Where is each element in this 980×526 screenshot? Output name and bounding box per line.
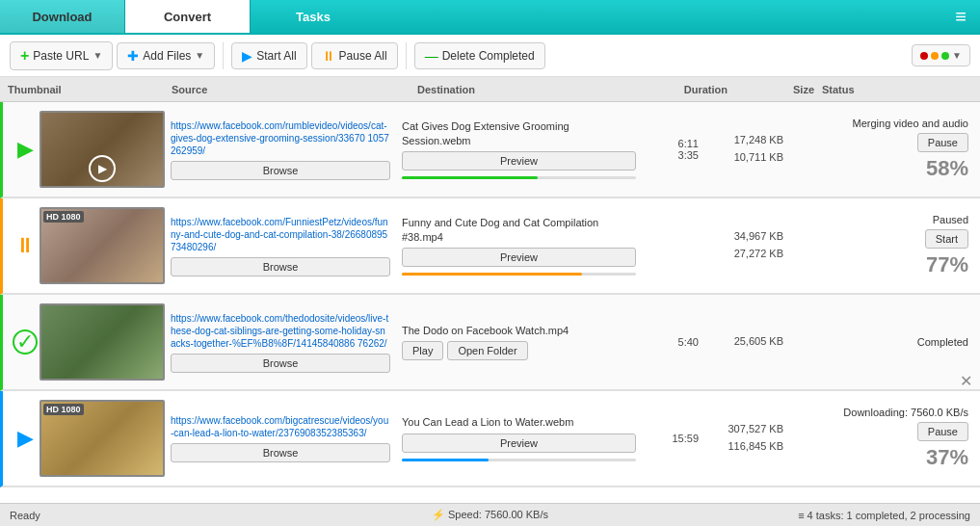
col-header-thumbnail: Thumbnail [8, 84, 172, 95]
top-navigation: Download Convert Tasks ≡ [0, 0, 980, 35]
play-icon: ▶ [17, 426, 34, 451]
tab-tasks[interactable]: Tasks [251, 0, 376, 33]
task-1-status-icon: ▶ [11, 137, 40, 162]
task-4-thumbnail: HD 1080 [40, 400, 165, 477]
table-row: ▶ HD 1080 https://www.facebook.com/bigca… [0, 391, 980, 487]
task-1-action-button[interactable]: Pause [917, 133, 968, 152]
task-4-dest-col: You Can Lead a Lion to Water.webm Previe… [396, 415, 642, 460]
task-3-status-icon: ✓ [11, 329, 40, 355]
tasks-icon: ≡ [798, 510, 804, 521]
task-3-dest-col: The Dodo on Facebook Watch.mp4 Play Open… [396, 324, 642, 360]
add-files-dropdown-arrow: ▼ [195, 50, 204, 61]
delete-completed-button[interactable]: — Delete Completed [414, 42, 545, 69]
task-3-size: 25,605 KB [704, 333, 789, 351]
task-2-dest-col: Funny and Cute Dog and Cat Compilation #… [396, 216, 642, 276]
task-2-progress-bar [402, 273, 582, 276]
task-2-status-icon: ⏸ [11, 233, 40, 258]
tab-convert[interactable]: Convert [125, 0, 251, 33]
table-row: ✓ https://www.facebook.com/thedodosite/v… [0, 295, 980, 391]
task-4-preview-button[interactable]: Preview [402, 434, 636, 453]
col-header-size: Size [735, 84, 822, 95]
speed-icon: ⚡ [432, 509, 445, 520]
task-1-dest-col: Cat Gives Dog Extensive Grooming Session… [396, 119, 642, 179]
task-3-source-col: https://www.facebook.com/thedodosite/vid… [165, 312, 396, 373]
status-tasks-info: ≡ 4 tasks: 1 completed, 2 processing [650, 510, 970, 521]
task-4-duration: 15:59 [642, 433, 704, 444]
task-1-status-col: Merging video and audio Pause 58% [789, 118, 972, 181]
task-3-status-col: Completed [789, 336, 972, 348]
col-header-destination: Destination [417, 84, 668, 95]
start-all-button[interactable]: ▶ Start All [231, 42, 306, 69]
start-all-icon: ▶ [242, 48, 252, 64]
task-4-progress-bar [402, 459, 489, 461]
task-2-size: 34,967 KB27,272 KB [704, 228, 789, 262]
task-1-preview-button[interactable]: Preview [402, 151, 636, 171]
separator-2 [406, 42, 407, 69]
tab-download[interactable]: Download [0, 0, 125, 33]
task-2-badge: HD 1080 [43, 211, 84, 223]
task-4-size: 307,527 KB116,845 KB [704, 421, 789, 455]
paste-url-dropdown-arrow: ▼ [93, 50, 102, 61]
paste-url-button[interactable]: + Paste URL ▼ [10, 41, 113, 70]
task-1-size: 17,248 KB10,711 KB [704, 132, 789, 166]
play-icon: ▶ [17, 137, 34, 162]
add-files-button[interactable]: ✚ Add Files ▼ [117, 42, 215, 69]
task-1-progress-bar-container [402, 176, 636, 179]
task-3-open-folder-button[interactable]: Open Folder [447, 341, 527, 360]
check-icon: ✓ [13, 329, 38, 355]
status-bar: Ready ⚡ Speed: 7560.00 KB/s ≡ 4 tasks: 1… [0, 503, 980, 526]
menu-button[interactable]: ≡ [941, 0, 980, 33]
task-1-browse-button[interactable]: Browse [171, 161, 390, 180]
dot-red [920, 52, 928, 60]
dot-orange [931, 52, 939, 60]
dots-dropdown-arrow: ▼ [952, 50, 962, 61]
options-dots-button[interactable]: ▼ [912, 44, 970, 66]
plus-icon: + [20, 47, 29, 65]
col-header-duration: Duration [668, 84, 735, 95]
toolbar: + Paste URL ▼ ✚ Add Files ▼ ▶ Start All … [0, 35, 980, 77]
status-ready: Ready [10, 510, 330, 521]
table-row: ▶ ▶ https://www.facebook.com/rumblevideo… [0, 102, 980, 198]
pause-all-button[interactable]: ⏸ Pause All [311, 42, 398, 69]
task-4-status-icon: ▶ [11, 426, 40, 451]
task-3-browse-button[interactable]: Browse [171, 354, 390, 373]
task-4-progress-bar-container [402, 459, 636, 461]
task-3-thumbnail [40, 303, 165, 381]
task-4-close-button[interactable]: ✕ [960, 372, 972, 390]
task-2-source-col: https://www.facebook.com/FunniestPetz/vi… [165, 216, 396, 276]
task-4-status-col: ✕ Downloading: 7560.0 KB/s Pause 37% [789, 407, 972, 470]
task-2-browse-button[interactable]: Browse [171, 257, 390, 276]
task-4-action-button[interactable]: Pause [917, 422, 968, 441]
task-4-badge: HD 1080 [43, 404, 84, 415]
pause-all-icon: ⏸ [322, 48, 335, 64]
task-2-progress-bar-container [402, 273, 636, 276]
table-row: ⏸ HD 1080 https://www.facebook.com/Funni… [0, 198, 980, 295]
task-2-action-button[interactable]: Start [925, 229, 968, 249]
dot-green [941, 52, 949, 60]
task-2-preview-button[interactable]: Preview [402, 248, 636, 267]
task-4-source-col: https://www.facebook.com/bigcatrescue/vi… [165, 414, 396, 462]
task-4-browse-button[interactable]: Browse [171, 443, 390, 462]
tasks-container: ▶ ▶ https://www.facebook.com/rumblevideo… [0, 102, 980, 503]
nav-spacer [376, 0, 941, 33]
hamburger-icon: ≡ [955, 6, 967, 28]
task-1-progress-bar [402, 176, 538, 179]
pause-icon: ⏸ [14, 233, 36, 258]
task-3-play-button[interactable]: Play [402, 341, 443, 360]
task-1-duration: 6:113:35 [642, 138, 704, 161]
col-header-source: Source [172, 84, 417, 95]
status-speed: ⚡ Speed: 7560.00 KB/s [330, 509, 649, 521]
task-3-duration: 5:40 [642, 336, 704, 348]
separator-1 [223, 42, 224, 69]
task-2-thumbnail: HD 1080 [40, 207, 165, 284]
task-2-status-col: Paused Start 77% [789, 214, 972, 277]
col-header-status: Status [822, 84, 972, 95]
table-header: Thumbnail Source Destination Duration Si… [0, 77, 980, 102]
task-1-thumbnail: ▶ [40, 111, 165, 188]
delete-completed-icon: — [425, 48, 438, 64]
task-1-source-col: https://www.facebook.com/rumblevideo/vid… [165, 119, 396, 180]
add-files-icon: ✚ [127, 48, 139, 64]
